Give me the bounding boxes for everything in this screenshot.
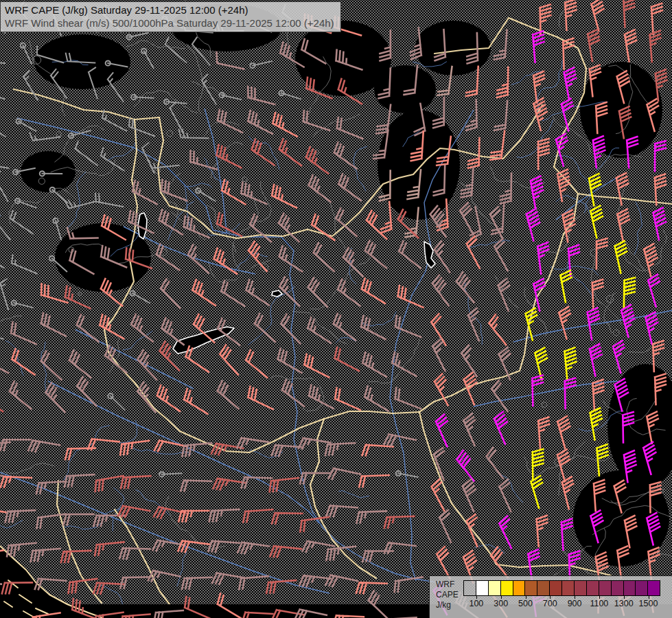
legend-cell [513, 581, 526, 595]
legend-label-variable: CAPE [436, 590, 459, 600]
legend-cell [648, 581, 660, 595]
legend-cell [562, 581, 575, 595]
legend-cell [489, 581, 501, 595]
legend-cell [575, 581, 587, 595]
legend-label-model: WRF [436, 580, 459, 590]
legend-cell [525, 581, 537, 595]
legend-cell [476, 581, 489, 595]
title-line-cape: WRF CAPE (J/kg) Saturday 29-11-2025 12:0… [5, 3, 334, 16]
cape-legend: WRF CAPE J/kg 10030050070090011001300150… [429, 575, 672, 618]
map-canvas [0, 0, 672, 618]
title-line-shear: WRF Wind shear (m/s) 500/1000hPa Saturda… [5, 16, 334, 30]
legend-cell [587, 581, 599, 595]
legend-tick-label: 1500 [634, 599, 664, 608]
legend-colorbar [463, 580, 660, 596]
legend-label-unit: J/kg [436, 600, 459, 610]
legend-cell [612, 581, 624, 595]
legend-labels: WRF CAPE J/kg [436, 580, 459, 610]
legend-cell [464, 581, 476, 595]
legend-cell [550, 581, 562, 595]
legend-cell [636, 581, 648, 595]
legend-cell [501, 581, 513, 595]
legend-cell [624, 581, 636, 595]
weather-map-stage: WRF CAPE (J/kg) Saturday 29-11-2025 12:0… [0, 0, 672, 618]
legend-cell [537, 581, 550, 595]
river-lines [0, 60, 672, 618]
title-box: WRF CAPE (J/kg) Saturday 29-11-2025 12:0… [0, 1, 341, 32]
legend-cell [599, 581, 612, 595]
